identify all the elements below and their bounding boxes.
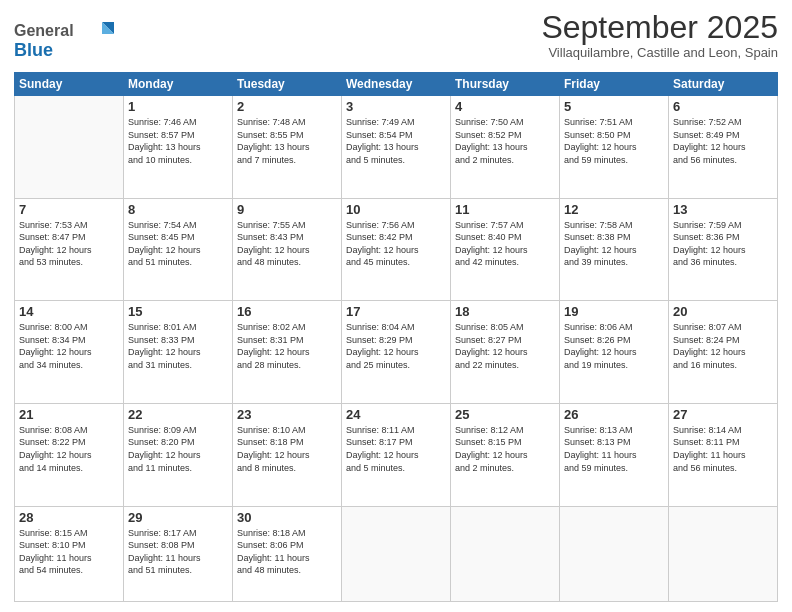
table-row: 15Sunrise: 8:01 AM Sunset: 8:33 PM Dayli… — [124, 301, 233, 404]
day-info: Sunrise: 7:55 AM Sunset: 8:43 PM Dayligh… — [237, 219, 337, 269]
day-info: Sunrise: 7:51 AM Sunset: 8:50 PM Dayligh… — [564, 116, 664, 166]
day-info: Sunrise: 8:04 AM Sunset: 8:29 PM Dayligh… — [346, 321, 446, 371]
header-row: Sunday Monday Tuesday Wednesday Thursday… — [15, 73, 778, 96]
col-tuesday: Tuesday — [233, 73, 342, 96]
day-info: Sunrise: 7:57 AM Sunset: 8:40 PM Dayligh… — [455, 219, 555, 269]
table-row: 4Sunrise: 7:50 AM Sunset: 8:52 PM Daylig… — [451, 96, 560, 199]
col-wednesday: Wednesday — [342, 73, 451, 96]
table-row: 2Sunrise: 7:48 AM Sunset: 8:55 PM Daylig… — [233, 96, 342, 199]
week-row-4: 21Sunrise: 8:08 AM Sunset: 8:22 PM Dayli… — [15, 403, 778, 506]
subtitle: Villaquilambre, Castille and Leon, Spain — [541, 45, 778, 60]
col-thursday: Thursday — [451, 73, 560, 96]
day-number: 30 — [237, 510, 337, 525]
day-number: 10 — [346, 202, 446, 217]
col-sunday: Sunday — [15, 73, 124, 96]
day-number: 6 — [673, 99, 773, 114]
day-number: 11 — [455, 202, 555, 217]
table-row: 24Sunrise: 8:11 AM Sunset: 8:17 PM Dayli… — [342, 403, 451, 506]
table-row: 29Sunrise: 8:17 AM Sunset: 8:08 PM Dayli… — [124, 506, 233, 602]
table-row: 20Sunrise: 8:07 AM Sunset: 8:24 PM Dayli… — [669, 301, 778, 404]
table-row — [451, 506, 560, 602]
table-row: 18Sunrise: 8:05 AM Sunset: 8:27 PM Dayli… — [451, 301, 560, 404]
col-friday: Friday — [560, 73, 669, 96]
table-row — [15, 96, 124, 199]
table-row: 6Sunrise: 7:52 AM Sunset: 8:49 PM Daylig… — [669, 96, 778, 199]
day-info: Sunrise: 8:12 AM Sunset: 8:15 PM Dayligh… — [455, 424, 555, 474]
week-row-3: 14Sunrise: 8:00 AM Sunset: 8:34 PM Dayli… — [15, 301, 778, 404]
day-number: 24 — [346, 407, 446, 422]
day-info: Sunrise: 8:13 AM Sunset: 8:13 PM Dayligh… — [564, 424, 664, 474]
day-info: Sunrise: 8:08 AM Sunset: 8:22 PM Dayligh… — [19, 424, 119, 474]
day-number: 27 — [673, 407, 773, 422]
table-row: 12Sunrise: 7:58 AM Sunset: 8:38 PM Dayli… — [560, 198, 669, 301]
day-number: 7 — [19, 202, 119, 217]
week-row-5: 28Sunrise: 8:15 AM Sunset: 8:10 PM Dayli… — [15, 506, 778, 602]
day-number: 2 — [237, 99, 337, 114]
day-info: Sunrise: 8:10 AM Sunset: 8:18 PM Dayligh… — [237, 424, 337, 474]
day-info: Sunrise: 8:00 AM Sunset: 8:34 PM Dayligh… — [19, 321, 119, 371]
day-number: 25 — [455, 407, 555, 422]
table-row: 16Sunrise: 8:02 AM Sunset: 8:31 PM Dayli… — [233, 301, 342, 404]
day-info: Sunrise: 7:56 AM Sunset: 8:42 PM Dayligh… — [346, 219, 446, 269]
col-saturday: Saturday — [669, 73, 778, 96]
day-number: 4 — [455, 99, 555, 114]
svg-text:Blue: Blue — [14, 40, 53, 60]
table-row: 10Sunrise: 7:56 AM Sunset: 8:42 PM Dayli… — [342, 198, 451, 301]
day-number: 1 — [128, 99, 228, 114]
day-number: 15 — [128, 304, 228, 319]
table-row: 26Sunrise: 8:13 AM Sunset: 8:13 PM Dayli… — [560, 403, 669, 506]
table-row: 8Sunrise: 7:54 AM Sunset: 8:45 PM Daylig… — [124, 198, 233, 301]
day-info: Sunrise: 7:48 AM Sunset: 8:55 PM Dayligh… — [237, 116, 337, 166]
table-row: 17Sunrise: 8:04 AM Sunset: 8:29 PM Dayli… — [342, 301, 451, 404]
day-number: 13 — [673, 202, 773, 217]
day-info: Sunrise: 8:15 AM Sunset: 8:10 PM Dayligh… — [19, 527, 119, 577]
month-title: September 2025 — [541, 10, 778, 45]
day-number: 5 — [564, 99, 664, 114]
day-number: 19 — [564, 304, 664, 319]
day-info: Sunrise: 7:53 AM Sunset: 8:47 PM Dayligh… — [19, 219, 119, 269]
day-info: Sunrise: 7:54 AM Sunset: 8:45 PM Dayligh… — [128, 219, 228, 269]
day-info: Sunrise: 7:50 AM Sunset: 8:52 PM Dayligh… — [455, 116, 555, 166]
day-number: 28 — [19, 510, 119, 525]
table-row: 19Sunrise: 8:06 AM Sunset: 8:26 PM Dayli… — [560, 301, 669, 404]
table-row: 1Sunrise: 7:46 AM Sunset: 8:57 PM Daylig… — [124, 96, 233, 199]
title-block: September 2025 Villaquilambre, Castille … — [541, 10, 778, 60]
logo: General Blue — [14, 10, 124, 66]
table-row: 27Sunrise: 8:14 AM Sunset: 8:11 PM Dayli… — [669, 403, 778, 506]
logo-svg: General Blue — [14, 14, 124, 66]
day-info: Sunrise: 7:52 AM Sunset: 8:49 PM Dayligh… — [673, 116, 773, 166]
header: General Blue September 2025 Villaquilamb… — [14, 10, 778, 66]
table-row: 13Sunrise: 7:59 AM Sunset: 8:36 PM Dayli… — [669, 198, 778, 301]
table-row: 7Sunrise: 7:53 AM Sunset: 8:47 PM Daylig… — [15, 198, 124, 301]
day-info: Sunrise: 7:59 AM Sunset: 8:36 PM Dayligh… — [673, 219, 773, 269]
day-number: 16 — [237, 304, 337, 319]
week-row-1: 1Sunrise: 7:46 AM Sunset: 8:57 PM Daylig… — [15, 96, 778, 199]
day-number: 18 — [455, 304, 555, 319]
day-number: 26 — [564, 407, 664, 422]
table-row: 9Sunrise: 7:55 AM Sunset: 8:43 PM Daylig… — [233, 198, 342, 301]
day-number: 8 — [128, 202, 228, 217]
day-number: 22 — [128, 407, 228, 422]
day-info: Sunrise: 7:46 AM Sunset: 8:57 PM Dayligh… — [128, 116, 228, 166]
day-info: Sunrise: 8:11 AM Sunset: 8:17 PM Dayligh… — [346, 424, 446, 474]
table-row: 14Sunrise: 8:00 AM Sunset: 8:34 PM Dayli… — [15, 301, 124, 404]
day-info: Sunrise: 8:07 AM Sunset: 8:24 PM Dayligh… — [673, 321, 773, 371]
day-info: Sunrise: 8:09 AM Sunset: 8:20 PM Dayligh… — [128, 424, 228, 474]
table-row: 22Sunrise: 8:09 AM Sunset: 8:20 PM Dayli… — [124, 403, 233, 506]
day-number: 14 — [19, 304, 119, 319]
day-info: Sunrise: 7:49 AM Sunset: 8:54 PM Dayligh… — [346, 116, 446, 166]
day-number: 3 — [346, 99, 446, 114]
table-row: 3Sunrise: 7:49 AM Sunset: 8:54 PM Daylig… — [342, 96, 451, 199]
day-info: Sunrise: 8:17 AM Sunset: 8:08 PM Dayligh… — [128, 527, 228, 577]
table-row: 23Sunrise: 8:10 AM Sunset: 8:18 PM Dayli… — [233, 403, 342, 506]
calendar-table: Sunday Monday Tuesday Wednesday Thursday… — [14, 72, 778, 602]
day-number: 29 — [128, 510, 228, 525]
table-row: 30Sunrise: 8:18 AM Sunset: 8:06 PM Dayli… — [233, 506, 342, 602]
table-row — [669, 506, 778, 602]
day-number: 9 — [237, 202, 337, 217]
day-number: 12 — [564, 202, 664, 217]
day-info: Sunrise: 8:02 AM Sunset: 8:31 PM Dayligh… — [237, 321, 337, 371]
day-number: 23 — [237, 407, 337, 422]
day-info: Sunrise: 8:14 AM Sunset: 8:11 PM Dayligh… — [673, 424, 773, 474]
day-info: Sunrise: 8:01 AM Sunset: 8:33 PM Dayligh… — [128, 321, 228, 371]
